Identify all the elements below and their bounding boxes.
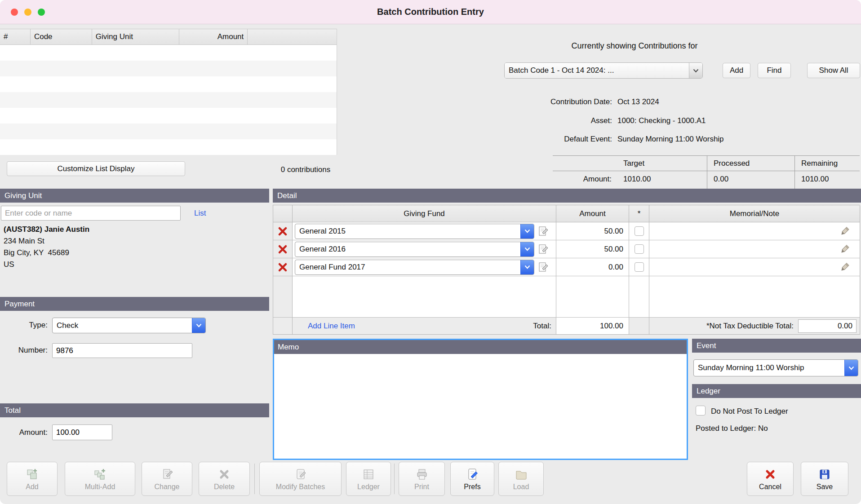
detail-row: General 2016 50.00 [273, 240, 860, 258]
payment-type-select[interactable]: Check [52, 318, 206, 333]
not-tax-deductible-total-label: *Not Tax Deductible Total: [706, 322, 794, 331]
delete-line-button[interactable] [273, 240, 293, 258]
chevron-down-icon [520, 242, 534, 256]
giving-fund-select[interactable]: General 2015 [295, 224, 534, 239]
delete-line-button[interactable] [273, 258, 293, 276]
add-icon [26, 467, 39, 482]
memo-textarea[interactable] [274, 354, 687, 459]
total-amount-label: Amount: [0, 428, 48, 437]
toolbar-load-button[interactable]: Load [498, 462, 544, 496]
memorial-note-icon [839, 262, 850, 273]
prefs-icon [466, 467, 479, 482]
find-batch-button[interactable]: Find [758, 63, 791, 78]
toolbar-print-button[interactable]: Print [399, 462, 445, 496]
line-amount-cell[interactable]: 50.00 [556, 222, 629, 240]
batch-select[interactable]: Batch Code 1 - Oct 14 2024: ... [504, 62, 703, 79]
col-code: Code [31, 29, 92, 44]
cancel-button[interactable]: Cancel [747, 462, 794, 496]
total-section-header: Total [0, 403, 269, 417]
toolbar-separator [394, 464, 395, 494]
total-label: Total: [533, 322, 551, 331]
add-batch-button[interactable]: Add [723, 63, 750, 78]
edit-fund-button[interactable] [537, 243, 549, 255]
not-tax-deductible-checkbox[interactable] [635, 262, 644, 272]
toolbar-delete-button[interactable]: Delete [199, 462, 250, 496]
save-icon [818, 467, 831, 482]
delete-row-icon [277, 262, 288, 273]
list-row [0, 76, 337, 92]
posted-to-ledger-text: Posted to Ledger: No [696, 424, 768, 433]
do-not-post-label: Do Not Post To Ledger [711, 407, 788, 416]
detail-table: Giving Fund Amount * Memorial/Note Gener… [273, 205, 860, 335]
line-amount-cell[interactable]: 0.00 [556, 258, 629, 276]
ledger-section-header: Ledger [692, 384, 861, 398]
toolbar-prefs-button[interactable]: Prefs [450, 462, 494, 496]
giving-fund-value: General 2015 [295, 224, 520, 239]
not-tax-deductible-checkbox[interactable] [635, 244, 644, 254]
contribution-date-label: Contribution Date: [449, 97, 612, 106]
detail-col-memorial-note: Memorial/Note [649, 205, 860, 222]
do-not-post-checkbox[interactable] [696, 406, 706, 416]
memorial-note-icon [839, 226, 850, 237]
toolbar-separator [254, 464, 255, 494]
contribution-date-value: Oct 13 2024 [617, 97, 659, 106]
giving-fund-value: General Fund 2017 [295, 260, 520, 274]
list-row [0, 108, 337, 124]
save-button[interactable]: Save [801, 462, 848, 496]
cancel-icon [763, 467, 777, 482]
batch-heading: Currently showing Contributions for [504, 41, 765, 51]
giving-unit-list-link[interactable]: List [194, 209, 206, 218]
giving-fund-select[interactable]: General 2016 [295, 242, 534, 257]
event-section-header: Event [692, 339, 861, 353]
toolbar-multi-add-button[interactable]: Multi-Add [65, 462, 135, 496]
payment-number-input[interactable] [52, 343, 192, 358]
minimize-button[interactable] [24, 9, 31, 16]
edit-fund-button[interactable] [537, 261, 549, 273]
window-title: Batch Contribution Entry [377, 7, 484, 17]
list-row [0, 139, 337, 155]
toolbar-add-button[interactable]: Add [7, 462, 58, 496]
giving-unit-search-input[interactable] [1, 206, 181, 221]
modify-batches-icon [294, 467, 307, 482]
batch-select-value: Batch Code 1 - Oct 14 2024: ... [505, 63, 689, 78]
default-event-value: Sunday Morning 11:00 Worship [617, 135, 724, 144]
giving-unit-address-line: 234 Main St [4, 235, 89, 247]
stats-col-target: Target [617, 156, 707, 171]
customize-list-display-button[interactable]: Customize List Display [7, 161, 185, 176]
memorial-note-icon [839, 244, 850, 255]
not-tax-deductible-checkbox[interactable] [635, 226, 644, 236]
giving-fund-select[interactable]: General Fund 2017 [295, 260, 534, 275]
chevron-down-icon [844, 360, 858, 376]
delete-icon [217, 467, 231, 482]
add-line-item-link[interactable]: Add Line Item [308, 322, 355, 331]
chevron-down-icon [520, 260, 534, 274]
delete-line-button[interactable] [273, 222, 293, 240]
col-number: # [0, 29, 31, 44]
memorial-note-cell[interactable] [649, 240, 860, 258]
giving-unit-address-line: Big City, KY 45689 [4, 247, 89, 259]
traffic-lights [11, 9, 45, 16]
line-amount-cell[interactable]: 50.00 [556, 240, 629, 258]
edit-icon [537, 243, 549, 255]
giving-fund-value: General 2016 [295, 242, 520, 256]
toolbar-change-button[interactable]: Change [142, 462, 192, 496]
memorial-note-cell[interactable] [649, 258, 860, 276]
print-icon [415, 467, 429, 482]
show-all-button[interactable]: Show All [807, 63, 860, 78]
toolbar-ledger-button[interactable]: Ledger [346, 462, 391, 496]
detail-total-value: 100.00 [556, 318, 629, 335]
memorial-note-cell[interactable] [649, 222, 860, 240]
edit-fund-button[interactable] [537, 225, 549, 237]
col-giving-unit: Giving Unit [92, 29, 180, 44]
default-event-label: Default Event: [449, 135, 612, 144]
detail-empty-area [273, 276, 860, 318]
toolbar-modify-batches-button[interactable]: Modify Batches [259, 462, 342, 496]
zoom-button[interactable] [38, 9, 45, 16]
stats-col-processed: Processed [707, 156, 794, 171]
event-select[interactable]: Sunday Morning 11:00 Worship [693, 359, 858, 376]
close-button[interactable] [11, 9, 18, 16]
detail-row: General 2015 50.00 [273, 222, 860, 240]
total-amount-input[interactable] [52, 424, 112, 440]
contribution-count: 0 contributions [234, 165, 377, 174]
detail-col-star: * [629, 205, 649, 222]
